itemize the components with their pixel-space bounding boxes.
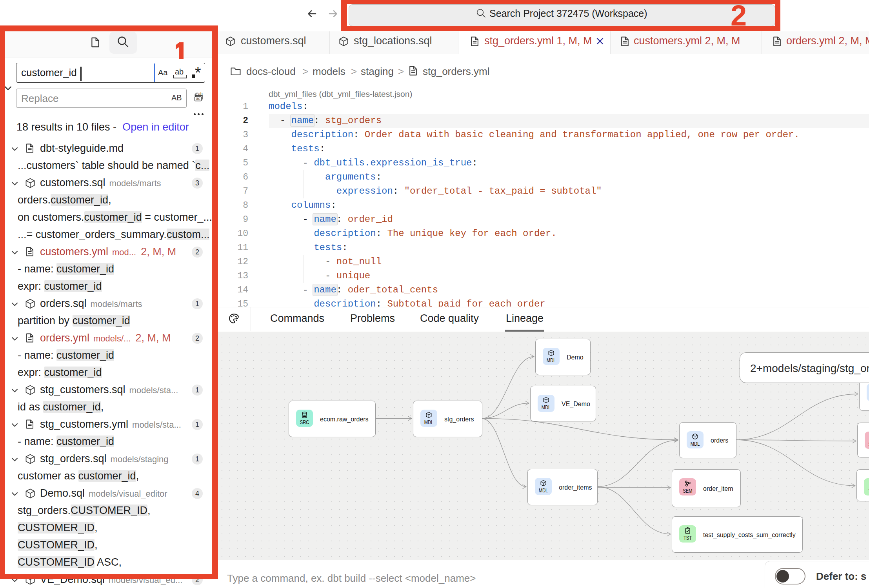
svg-text:ac: ac <box>196 96 200 101</box>
